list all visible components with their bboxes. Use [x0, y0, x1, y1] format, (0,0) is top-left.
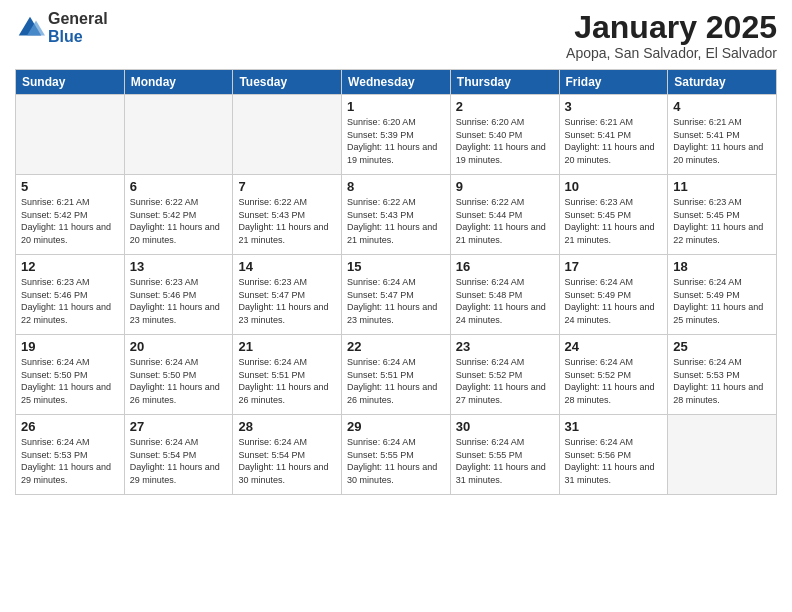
day-info: Sunrise: 6:21 AM Sunset: 5:41 PM Dayligh… [565, 116, 663, 166]
day-info: Sunrise: 6:24 AM Sunset: 5:50 PM Dayligh… [130, 356, 228, 406]
day-info: Sunrise: 6:24 AM Sunset: 5:51 PM Dayligh… [238, 356, 336, 406]
day-number: 20 [130, 339, 228, 354]
location: Apopa, San Salvador, El Salvador [566, 45, 777, 61]
week-row-3: 12Sunrise: 6:23 AM Sunset: 5:46 PM Dayli… [16, 255, 777, 335]
calendar-cell [668, 415, 777, 495]
day-info: Sunrise: 6:24 AM Sunset: 5:49 PM Dayligh… [673, 276, 771, 326]
day-number: 1 [347, 99, 445, 114]
week-row-5: 26Sunrise: 6:24 AM Sunset: 5:53 PM Dayli… [16, 415, 777, 495]
day-number: 11 [673, 179, 771, 194]
day-number: 26 [21, 419, 119, 434]
calendar-cell: 19Sunrise: 6:24 AM Sunset: 5:50 PM Dayli… [16, 335, 125, 415]
logo-general: General [48, 10, 108, 28]
calendar: Sunday Monday Tuesday Wednesday Thursday… [15, 69, 777, 495]
day-number: 15 [347, 259, 445, 274]
day-info: Sunrise: 6:22 AM Sunset: 5:44 PM Dayligh… [456, 196, 554, 246]
day-info: Sunrise: 6:24 AM Sunset: 5:55 PM Dayligh… [456, 436, 554, 486]
day-info: Sunrise: 6:24 AM Sunset: 5:55 PM Dayligh… [347, 436, 445, 486]
calendar-cell: 1Sunrise: 6:20 AM Sunset: 5:39 PM Daylig… [342, 95, 451, 175]
day-number: 13 [130, 259, 228, 274]
col-sunday: Sunday [16, 70, 125, 95]
day-info: Sunrise: 6:22 AM Sunset: 5:42 PM Dayligh… [130, 196, 228, 246]
day-number: 2 [456, 99, 554, 114]
day-number: 28 [238, 419, 336, 434]
calendar-cell: 25Sunrise: 6:24 AM Sunset: 5:53 PM Dayli… [668, 335, 777, 415]
calendar-cell: 5Sunrise: 6:21 AM Sunset: 5:42 PM Daylig… [16, 175, 125, 255]
calendar-cell: 3Sunrise: 6:21 AM Sunset: 5:41 PM Daylig… [559, 95, 668, 175]
day-info: Sunrise: 6:24 AM Sunset: 5:51 PM Dayligh… [347, 356, 445, 406]
calendar-cell: 8Sunrise: 6:22 AM Sunset: 5:43 PM Daylig… [342, 175, 451, 255]
calendar-cell: 7Sunrise: 6:22 AM Sunset: 5:43 PM Daylig… [233, 175, 342, 255]
col-friday: Friday [559, 70, 668, 95]
day-number: 3 [565, 99, 663, 114]
calendar-cell [16, 95, 125, 175]
day-info: Sunrise: 6:24 AM Sunset: 5:53 PM Dayligh… [21, 436, 119, 486]
calendar-cell: 22Sunrise: 6:24 AM Sunset: 5:51 PM Dayli… [342, 335, 451, 415]
calendar-cell: 6Sunrise: 6:22 AM Sunset: 5:42 PM Daylig… [124, 175, 233, 255]
day-number: 5 [21, 179, 119, 194]
day-number: 8 [347, 179, 445, 194]
day-info: Sunrise: 6:20 AM Sunset: 5:40 PM Dayligh… [456, 116, 554, 166]
week-row-2: 5Sunrise: 6:21 AM Sunset: 5:42 PM Daylig… [16, 175, 777, 255]
day-info: Sunrise: 6:23 AM Sunset: 5:46 PM Dayligh… [21, 276, 119, 326]
col-saturday: Saturday [668, 70, 777, 95]
calendar-cell: 9Sunrise: 6:22 AM Sunset: 5:44 PM Daylig… [450, 175, 559, 255]
calendar-cell: 17Sunrise: 6:24 AM Sunset: 5:49 PM Dayli… [559, 255, 668, 335]
day-number: 31 [565, 419, 663, 434]
day-info: Sunrise: 6:23 AM Sunset: 5:46 PM Dayligh… [130, 276, 228, 326]
calendar-cell [233, 95, 342, 175]
day-number: 14 [238, 259, 336, 274]
calendar-cell: 21Sunrise: 6:24 AM Sunset: 5:51 PM Dayli… [233, 335, 342, 415]
calendar-cell: 14Sunrise: 6:23 AM Sunset: 5:47 PM Dayli… [233, 255, 342, 335]
calendar-cell: 28Sunrise: 6:24 AM Sunset: 5:54 PM Dayli… [233, 415, 342, 495]
day-number: 29 [347, 419, 445, 434]
calendar-cell: 12Sunrise: 6:23 AM Sunset: 5:46 PM Dayli… [16, 255, 125, 335]
logo-blue: Blue [48, 28, 108, 46]
month-title: January 2025 [566, 10, 777, 45]
day-info: Sunrise: 6:23 AM Sunset: 5:45 PM Dayligh… [565, 196, 663, 246]
day-info: Sunrise: 6:24 AM Sunset: 5:56 PM Dayligh… [565, 436, 663, 486]
day-number: 25 [673, 339, 771, 354]
day-info: Sunrise: 6:24 AM Sunset: 5:50 PM Dayligh… [21, 356, 119, 406]
calendar-cell [124, 95, 233, 175]
week-row-1: 1Sunrise: 6:20 AM Sunset: 5:39 PM Daylig… [16, 95, 777, 175]
day-number: 19 [21, 339, 119, 354]
day-info: Sunrise: 6:21 AM Sunset: 5:42 PM Dayligh… [21, 196, 119, 246]
day-number: 17 [565, 259, 663, 274]
col-wednesday: Wednesday [342, 70, 451, 95]
day-number: 12 [21, 259, 119, 274]
day-info: Sunrise: 6:24 AM Sunset: 5:48 PM Dayligh… [456, 276, 554, 326]
day-number: 24 [565, 339, 663, 354]
calendar-cell: 20Sunrise: 6:24 AM Sunset: 5:50 PM Dayli… [124, 335, 233, 415]
day-info: Sunrise: 6:22 AM Sunset: 5:43 PM Dayligh… [238, 196, 336, 246]
day-number: 10 [565, 179, 663, 194]
calendar-cell: 27Sunrise: 6:24 AM Sunset: 5:54 PM Dayli… [124, 415, 233, 495]
day-number: 6 [130, 179, 228, 194]
day-number: 30 [456, 419, 554, 434]
day-number: 16 [456, 259, 554, 274]
calendar-cell: 16Sunrise: 6:24 AM Sunset: 5:48 PM Dayli… [450, 255, 559, 335]
logo-text: General Blue [48, 10, 108, 45]
calendar-cell: 24Sunrise: 6:24 AM Sunset: 5:52 PM Dayli… [559, 335, 668, 415]
col-monday: Monday [124, 70, 233, 95]
col-thursday: Thursday [450, 70, 559, 95]
page: General Blue January 2025 Apopa, San Sal… [0, 0, 792, 612]
logo-icon [15, 13, 45, 43]
calendar-cell: 31Sunrise: 6:24 AM Sunset: 5:56 PM Dayli… [559, 415, 668, 495]
calendar-cell: 2Sunrise: 6:20 AM Sunset: 5:40 PM Daylig… [450, 95, 559, 175]
calendar-cell: 13Sunrise: 6:23 AM Sunset: 5:46 PM Dayli… [124, 255, 233, 335]
calendar-cell: 10Sunrise: 6:23 AM Sunset: 5:45 PM Dayli… [559, 175, 668, 255]
day-info: Sunrise: 6:24 AM Sunset: 5:52 PM Dayligh… [456, 356, 554, 406]
day-info: Sunrise: 6:24 AM Sunset: 5:53 PM Dayligh… [673, 356, 771, 406]
calendar-cell: 23Sunrise: 6:24 AM Sunset: 5:52 PM Dayli… [450, 335, 559, 415]
calendar-cell: 4Sunrise: 6:21 AM Sunset: 5:41 PM Daylig… [668, 95, 777, 175]
calendar-cell: 26Sunrise: 6:24 AM Sunset: 5:53 PM Dayli… [16, 415, 125, 495]
day-number: 23 [456, 339, 554, 354]
header: General Blue January 2025 Apopa, San Sal… [15, 10, 777, 61]
day-number: 4 [673, 99, 771, 114]
day-info: Sunrise: 6:23 AM Sunset: 5:47 PM Dayligh… [238, 276, 336, 326]
day-number: 27 [130, 419, 228, 434]
day-info: Sunrise: 6:24 AM Sunset: 5:52 PM Dayligh… [565, 356, 663, 406]
day-info: Sunrise: 6:24 AM Sunset: 5:54 PM Dayligh… [130, 436, 228, 486]
calendar-cell: 18Sunrise: 6:24 AM Sunset: 5:49 PM Dayli… [668, 255, 777, 335]
